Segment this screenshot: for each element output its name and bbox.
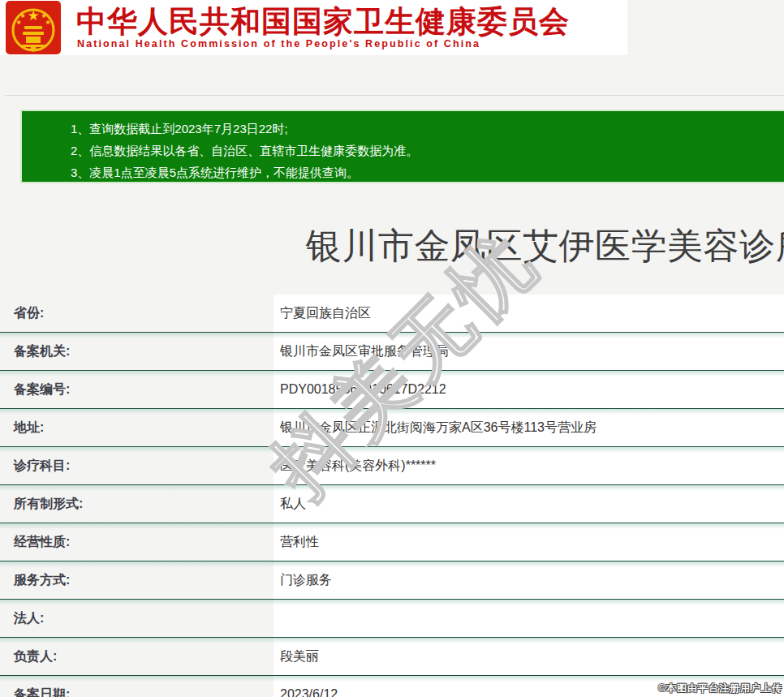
field-label: 备案编号: — [0, 371, 274, 408]
field-label: 服务方式: — [0, 561, 274, 599]
field-value: 段美丽 — [274, 638, 784, 675]
site-title-english: National Health Commission of the People… — [77, 38, 480, 49]
field-value: 银川市金凤区正源北街阅海万家A区36号楼113号营业房 — [274, 409, 784, 446]
table-row-filing-number: 备案编号: PDY00185861010617D2212 — [0, 370, 784, 408]
table-row-ownership: 所有制形式: 私人 — [0, 484, 784, 523]
notice-line-2: 2、信息数据结果以各省、自治区、直辖市卫生健康委数据为准。 — [71, 140, 784, 161]
field-value: 营利性 — [274, 523, 784, 561]
field-label: 备案日期: — [0, 676, 274, 697]
site-title-chinese: 中华人民共和国国家卫生健康委员会 — [76, 2, 570, 42]
table-row-medical-subjects: 诊疗科目: 医疗美容科(美容外科)****** — [0, 446, 784, 484]
table-row-person-in-charge: 负责人: 段美丽 — [0, 637, 784, 675]
field-label: 备案机关: — [0, 333, 274, 370]
field-label: 经营性质: — [0, 523, 274, 561]
field-label: 负责人: — [0, 638, 274, 675]
field-value: 私人 — [274, 485, 784, 523]
svg-text:★: ★ — [27, 8, 39, 24]
field-label: 省份: — [0, 295, 274, 332]
site-header: ★ ★ ★ ★ ★ 中华人民共和国国家卫生健康委员会 National Heal… — [0, 0, 627, 55]
field-value: 宁夏回族自治区 — [274, 295, 784, 332]
table-row-province: 省份: 宁夏回族自治区 — [0, 295, 784, 332]
info-table: 省份: 宁夏回族自治区 备案机关: 银川市金凤区审批服务管理局 备案编号: PD… — [0, 295, 784, 697]
national-emblem-icon: ★ ★ ★ ★ ★ — [6, 1, 61, 54]
field-value — [274, 600, 784, 637]
table-row-address: 地址: 银川市金凤区正源北街阅海万家A区36号楼113号营业房 — [0, 408, 784, 446]
notice-box: 1、查询数据截止到2023年7月23日22时; 2、信息数据结果以各省、自治区、… — [20, 110, 784, 183]
field-value: 门诊服务 — [274, 561, 784, 599]
institution-title: 银川市金凤区艾伊医学美容诊所 — [306, 222, 784, 270]
svg-text:★: ★ — [45, 19, 50, 26]
field-label: 地址: — [0, 409, 274, 446]
field-label: 法人: — [0, 600, 274, 637]
svg-text:★: ★ — [15, 19, 21, 26]
notice-line-1: 1、查询数据截止到2023年7月23日22时; — [71, 118, 784, 140]
upload-credit: ©本图由平台注册用户上传 — [658, 682, 782, 695]
notice-line-3: 3、凌晨1点至凌晨5点系统进行维护，不能提供查询。 — [71, 161, 784, 183]
header-divider — [5, 95, 784, 96]
table-row-service-mode: 服务方式: 门诊服务 — [0, 561, 784, 599]
table-row-filing-authority: 备案机关: 银川市金凤区审批服务管理局 — [0, 332, 784, 370]
table-row-legal-person: 法人: — [0, 599, 784, 637]
field-label: 所有制形式: — [0, 485, 274, 523]
field-value: 银川市金凤区审批服务管理局 — [274, 333, 784, 370]
table-row-business-nature: 经营性质: 营利性 — [0, 523, 784, 561]
field-label: 诊疗科目: — [0, 447, 274, 484]
field-value: PDY00185861010617D2212 — [274, 371, 784, 408]
field-value: 医疗美容科(美容外科)****** — [274, 447, 784, 484]
